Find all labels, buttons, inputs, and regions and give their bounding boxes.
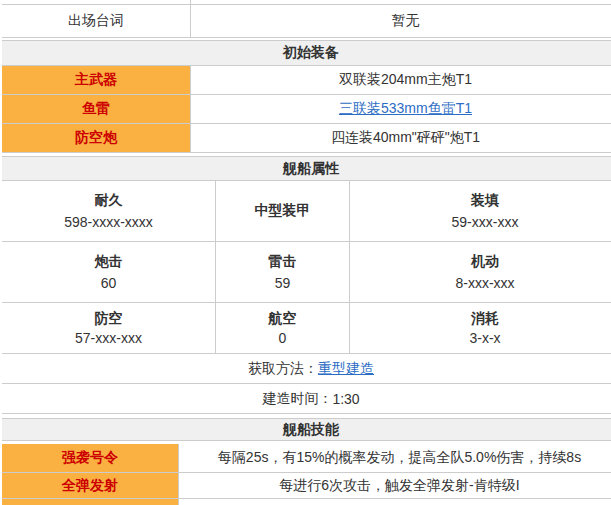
stat-antiair-label: 防空: [95, 310, 123, 328]
partial-row-bottom: [2, 499, 611, 505]
stat-firepower-value: 60: [101, 275, 117, 291]
acquisition-label: 获取方法：: [248, 360, 318, 378]
stat-antiair-value: 57-xxx-xxx: [75, 330, 142, 346]
build-time-row: 建造时间：1:30: [2, 384, 611, 414]
section-header-initial-equipment: 初始装备: [2, 40, 611, 66]
stats-row-1: 耐久 598-xxxx-xxxx 中型装甲 装填 59-xxx-xxx: [2, 181, 611, 242]
stat-torpedo: 雷击 59: [216, 242, 350, 302]
stat-aviation: 航空 0: [216, 303, 350, 353]
stat-firepower-label: 炮击: [95, 253, 123, 271]
equipment-label-main-gun: 主武器: [2, 66, 191, 94]
stat-cost: 消耗 3-x-x: [350, 303, 611, 353]
stat-durability-label: 耐久: [95, 192, 123, 210]
skill-desc-full-barrage: 每进行6次攻击，触发全弹发射-肯特级I: [179, 473, 611, 498]
partial-row-top-label: [2, 0, 191, 4]
heavy-construction-link[interactable]: 重型建造: [318, 360, 374, 378]
stat-reload-label: 装填: [471, 192, 499, 210]
stat-durability: 耐久 598-xxxx-xxxx: [2, 181, 216, 241]
acquisition-row: 获取方法：重型建造: [2, 354, 611, 384]
partial-row-top-value: [191, 0, 611, 4]
section-header-ship-attributes: 舰船属性: [2, 156, 611, 181]
equipment-value-aa-gun: 四连装40mm"砰砰"炮T1: [191, 124, 611, 152]
build-time-value: 1:30: [332, 391, 359, 407]
stat-torpedo-label: 雷击: [269, 253, 297, 271]
stat-durability-value: 598-xxxx-xxxx: [64, 214, 153, 230]
stat-torpedo-value: 59: [275, 275, 291, 291]
build-time-cell: 建造时间：1:30: [2, 384, 611, 413]
skill-row-full-barrage: 全弹发射 每进行6次攻击，触发全弹发射-肯特级I: [2, 473, 611, 499]
stat-aviation-value: 0: [279, 330, 287, 346]
torpedo-equipment-link[interactable]: 三联装533mm鱼雷T1: [339, 100, 472, 118]
equipment-label-aa-gun: 防空炮: [2, 124, 191, 152]
partial-row-bottom-value: [179, 499, 611, 505]
wiki-stat-table: 出场台词 暂无 初始装备 主武器 双联装204mm主炮T1 鱼雷 三联装533m…: [0, 0, 611, 505]
section-header-ship-skills: 舰船技能: [2, 418, 611, 441]
quote-row-value: 暂无: [191, 5, 611, 37]
skill-row-assault-order: 强袭号令 每隔25s，有15%的概率发动，提高全队5.0%伤害，持续8s: [2, 444, 611, 473]
stat-evasion-label: 机动: [471, 253, 499, 271]
skill-name-assault-order: 强袭号令: [2, 444, 179, 472]
stat-reload-value: 59-xxx-xxx: [452, 214, 519, 230]
quote-row: 出场台词 暂无: [2, 5, 611, 38]
stat-aviation-label: 航空: [269, 310, 297, 328]
stat-firepower: 炮击 60: [2, 242, 216, 302]
stat-reload: 装填 59-xxx-xxx: [350, 181, 611, 241]
stat-evasion: 机动 8-xxx-xxx: [350, 242, 611, 302]
stat-antiair: 防空 57-xxx-xxx: [2, 303, 216, 353]
equipment-row-aa-gun: 防空炮 四连装40mm"砰砰"炮T1: [2, 124, 611, 153]
stats-row-3: 防空 57-xxx-xxx 航空 0 消耗 3-x-x: [2, 303, 611, 354]
stat-evasion-value: 8-xxx-xxx: [455, 275, 514, 291]
acquisition-cell: 获取方法：重型建造: [2, 354, 611, 383]
stats-row-2: 炮击 60 雷击 59 机动 8-xxx-xxx: [2, 242, 611, 303]
quote-row-label: 出场台词: [2, 5, 191, 37]
equipment-row-torpedo: 鱼雷 三联装533mm鱼雷T1: [2, 95, 611, 124]
equipment-value-torpedo: 三联装533mm鱼雷T1: [191, 95, 611, 123]
partial-row-bottom-label: [2, 499, 179, 505]
skill-desc-assault-order: 每隔25s，有15%的概率发动，提高全队5.0%伤害，持续8s: [179, 444, 611, 472]
equipment-row-main-gun: 主武器 双联装204mm主炮T1: [2, 66, 611, 95]
skill-name-full-barrage: 全弹发射: [2, 473, 179, 498]
equipment-label-torpedo: 鱼雷: [2, 95, 191, 123]
stat-armor-type: 中型装甲: [216, 181, 350, 241]
equipment-value-main-gun: 双联装204mm主炮T1: [191, 66, 611, 94]
build-time-label: 建造时间：: [262, 390, 332, 408]
stat-cost-value: 3-x-x: [469, 330, 500, 346]
stat-cost-label: 消耗: [471, 310, 499, 328]
